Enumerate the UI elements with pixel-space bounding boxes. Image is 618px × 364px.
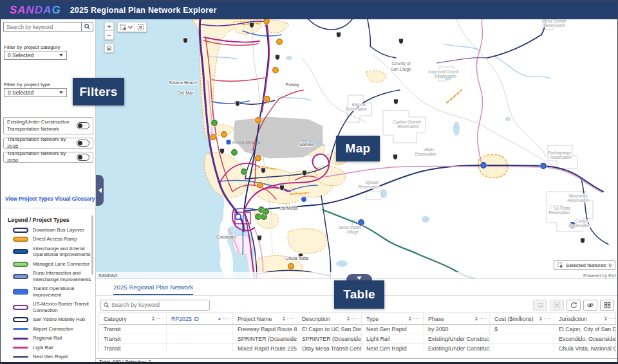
attribution-sandag: SANDAG (98, 273, 118, 278)
project-marker-orange[interactable] (255, 117, 262, 124)
sort-icon[interactable] (604, 316, 607, 321)
table-row[interactable]: TransitMixed Rapid Route 225Otay Mesa Tr… (99, 344, 615, 352)
project-marker-orange[interactable] (255, 155, 262, 162)
column-menu-icon[interactable]: ··· (609, 316, 617, 322)
zoom-out-button[interactable]: − (104, 31, 114, 40)
sort-icon[interactable] (152, 316, 154, 321)
column-header[interactable]: Jurisdiction··· (554, 313, 616, 324)
project-marker-orange[interactable] (272, 67, 279, 74)
refresh-button[interactable] (566, 300, 581, 311)
sort-icon[interactable] (475, 316, 478, 321)
interstate-shield-icon (183, 38, 188, 44)
network-toggle[interactable] (77, 154, 89, 161)
network-toggle[interactable] (77, 122, 89, 129)
zoom-in-button[interactable]: + (104, 22, 114, 31)
project-marker-blue[interactable] (480, 162, 487, 169)
sidebar-collapse-handle[interactable] (96, 175, 104, 206)
home-button[interactable] (104, 43, 114, 53)
project-marker-green[interactable] (231, 149, 238, 156)
glossary-link[interactable]: View Project Types Visual Glossary (5, 196, 95, 202)
project-marker-blue[interactable] (358, 219, 365, 226)
project-marker-blue[interactable] (540, 163, 547, 170)
project-marker-orange[interactable] (276, 39, 283, 46)
table-options-button[interactable] (600, 300, 614, 311)
map-label: San Diego (391, 67, 411, 72)
project-marker-blue_square[interactable] (226, 140, 231, 145)
project-marker-orange[interactable] (264, 96, 271, 103)
sort-icon[interactable] (347, 316, 350, 321)
search-icon[interactable] (81, 23, 93, 31)
column-header[interactable]: Type··· (362, 313, 424, 324)
map-shape (226, 140, 231, 145)
column-menu-icon[interactable]: ··· (544, 316, 552, 322)
map-shape (211, 134, 216, 140)
table-cell: SPRINTER (Oceanside to E... (297, 334, 362, 343)
column-header[interactable]: RP2025 ID··· (167, 313, 233, 324)
table-cell: Chula Vista, National City, ... (554, 344, 616, 352)
column-menu-icon[interactable]: ··· (351, 316, 359, 322)
map-shape (570, 223, 576, 228)
column-header[interactable]: Cost ($millions)··· (490, 313, 554, 324)
project-marker-blue_small[interactable] (301, 197, 307, 203)
network-toggle[interactable] (77, 140, 89, 147)
legend-item-label: Airport Connection (33, 326, 92, 332)
column-menu-icon[interactable]: ··· (480, 316, 487, 322)
filter-category-dropdown[interactable]: 0 Selected (4, 51, 67, 60)
map-shape (447, 90, 462, 103)
sidebar-search-input[interactable] (4, 23, 81, 31)
column-menu-icon[interactable]: ··· (223, 316, 230, 322)
legend-item-label: Rural Intersection and Interchange Impro… (33, 270, 92, 282)
filter-type-dropdown[interactable]: 0 Selected (4, 88, 67, 97)
column-header[interactable]: Project Name··· (233, 313, 297, 324)
tab-regional-plan-network[interactable]: 2025 Regional Plan Network (113, 284, 193, 295)
column-header[interactable]: Phase··· (424, 313, 490, 324)
sort-icon[interactable] (283, 316, 285, 321)
legend-scrollbar[interactable] (91, 215, 93, 275)
column-menu-icon[interactable]: ··· (156, 316, 164, 322)
filters-sidebar: Filter by project category 0 Selected Fi… (1, 19, 96, 364)
legend-list: Downtown Bus LayoverDirect Access RampIn… (1, 227, 95, 364)
project-marker-orange[interactable] (210, 134, 217, 141)
map-shape (541, 163, 547, 169)
table-search-input[interactable] (111, 302, 207, 308)
column-menu-icon[interactable]: ··· (287, 316, 295, 322)
project-marker-white_ring[interactable] (236, 214, 241, 219)
app-title: 2025 Regional Plan Network Explorer (70, 6, 217, 15)
column-header[interactable]: Category··· (99, 313, 167, 324)
sidebar-search (3, 22, 93, 32)
interstate-shield-icon (299, 253, 303, 259)
project-marker-orange[interactable] (288, 263, 295, 270)
column-header[interactable]: Description··· (297, 313, 362, 324)
clear-selection-icon[interactable] (137, 24, 144, 31)
select-tool-icon[interactable] (120, 24, 127, 31)
project-marker-green[interactable] (241, 168, 248, 176)
project-marker-orange[interactable] (257, 182, 264, 189)
interstate-shield-icon (258, 235, 262, 241)
map-shape (221, 132, 227, 138)
map-label: Reservation (548, 210, 570, 215)
map-shape (453, 122, 460, 136)
toggle-card-network-2050: Transportation Network by 2050 (3, 152, 93, 163)
project-marker-blue[interactable] (569, 222, 576, 229)
interstate-shield-icon (261, 168, 266, 174)
sort-icon[interactable] (218, 318, 221, 320)
sort-icon[interactable] (409, 316, 411, 321)
legend-swatch-icon (12, 347, 29, 349)
table-callout: Table (334, 280, 384, 309)
table-row[interactable]: TransitSPRINTER (Oceanside to E...SPRINT… (99, 334, 615, 344)
project-marker-green[interactable] (263, 208, 270, 215)
show-hide-columns-button[interactable] (583, 300, 597, 311)
sort-icon[interactable] (539, 316, 542, 321)
column-header-label: Description (302, 316, 345, 322)
table-cell: Otay Mesa Transit Center t... (297, 344, 362, 352)
select-tool-dropdown-icon[interactable] (128, 26, 133, 29)
map-label: Manzanita (568, 194, 588, 198)
column-menu-icon[interactable]: ··· (413, 316, 421, 322)
column-header-label: Jurisdiction (559, 316, 603, 322)
map-shape (359, 220, 364, 226)
table-row[interactable]: TransitFreeway Rapid Route 880El Cajon t… (99, 325, 615, 334)
legend-item-label: Next Gen Rapid (33, 354, 92, 359)
legend-item-label: Regional Rail (33, 335, 92, 341)
project-marker-orange[interactable] (221, 131, 228, 138)
project-marker-green[interactable] (211, 120, 218, 127)
